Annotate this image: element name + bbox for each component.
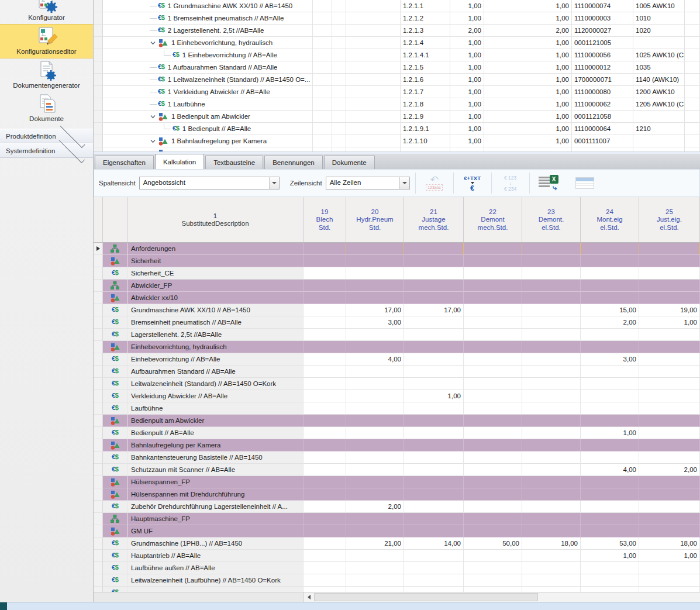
value-cell[interactable] [304,267,346,280]
table-row[interactable]: €$Bremseinheit pneumatisch // AB=Alle3,0… [94,316,700,329]
value-cell[interactable] [464,255,522,267]
value-cell[interactable] [464,267,522,280]
value-cell[interactable]: 15,00 [581,304,639,316]
tree-node[interactable]: €$1 Grundmaschine AWK XX/10 // AB=1450 [103,0,313,12]
empty-cell[interactable] [346,98,401,111]
tree-node[interactable]: €$1 Laufbühne [103,98,313,111]
code-cell[interactable] [633,135,685,147]
code-cell[interactable] [633,111,685,123]
value-cell[interactable] [464,329,522,341]
empty-cell[interactable] [313,49,332,61]
tree-row[interactable]: €$1 Bremseinheit pneumatisch // AB=Alle1… [94,12,700,25]
value-cell[interactable] [304,550,346,562]
quantity-total-cell[interactable]: 1,00 [484,12,572,25]
empty-cell[interactable] [332,111,346,123]
code-cell[interactable] [633,37,685,49]
tab-eigenschaften[interactable]: Eigenschaften [95,156,154,169]
value-cell[interactable] [464,390,522,402]
expander-collapse-icon[interactable] [150,113,156,120]
article-number-cell[interactable]: 1110000074 [572,0,633,12]
value-cell[interactable] [464,574,522,587]
value-cell[interactable] [581,488,639,501]
value-cell[interactable] [639,501,700,513]
tree-row[interactable]: €$1 Verkleidung Abwickler // AB=Alle1.2.… [94,86,700,98]
table-row[interactable]: €$Leitwalzeneinheit (Standard) // AB=145… [94,378,700,390]
tab-kalkulation[interactable]: Kalkulation [155,154,204,169]
value-cell[interactable]: 1,00 [404,390,464,402]
value-cell[interactable] [639,390,700,402]
copy-values-button[interactable]: € 123 ↓ € 234 [497,171,524,195]
article-number-cell[interactable]: 1120000027 [572,25,633,37]
value-cell[interactable] [464,513,522,525]
empty-cell[interactable] [332,25,346,37]
value-cell[interactable] [346,525,404,537]
value-cell[interactable] [522,366,581,378]
value-cell[interactable] [346,415,404,427]
column-header-20[interactable]: 20Hydr.PneumStd. [346,197,404,242]
tree-node[interactable]: €$1 Verkleidung Abwickler // AB=Alle [103,86,313,98]
value-cell[interactable] [304,329,346,341]
value-cell[interactable] [404,341,464,353]
value-cell[interactable] [304,464,346,476]
value-cell[interactable] [464,243,522,255]
value-cell[interactable] [404,464,464,476]
value-cell[interactable]: 21,00 [346,537,404,550]
value-cell[interactable] [346,390,404,402]
value-cell[interactable] [581,501,639,513]
empty-cell[interactable] [346,111,401,123]
tree-node[interactable] [103,147,313,152]
value-cell[interactable] [346,292,404,304]
value-cell[interactable] [304,587,346,592]
value-cell[interactable] [404,353,464,366]
value-cell[interactable]: 14,00 [404,537,464,550]
quantity-cell[interactable]: 1,00 [450,123,484,135]
scroll-pad[interactable] [685,49,700,61]
scroll-pad[interactable] [685,86,700,98]
column-header-25[interactable]: 25Just.eig.el.Std. [639,197,700,242]
empty-cell[interactable] [346,61,401,74]
value-cell[interactable] [404,427,464,439]
value-cell[interactable] [304,366,346,378]
table-row[interactable]: GM UF [94,525,700,537]
value-cell[interactable] [464,402,522,415]
value-cell[interactable] [346,243,404,255]
quantity-total-cell[interactable] [484,147,572,152]
value-cell[interactable] [522,390,581,402]
value-cell[interactable] [639,243,700,255]
table-row[interactable]: €$Bedienpult // AB=Alle1,00 [94,427,700,439]
value-cell[interactable] [522,243,581,255]
quantity-total-cell[interactable]: 1,00 [484,111,572,123]
scroll-pad[interactable] [685,135,700,147]
table-row[interactable]: Hauptmaschine_FP [94,513,700,525]
sidebar-item-konfigurationseditor[interactable]: Konfigurationseditor [0,24,93,58]
table-row[interactable]: €$Sicherheit_CE [94,267,700,280]
table-row[interactable]: €$Lagerstelleneht. 2,5t //AB=Alle [94,329,700,341]
tree-row[interactable]: €$1 Aufbaurahmen Standard // AB=Alle1.2.… [94,61,700,74]
value-cell[interactable] [304,353,346,366]
value-cell[interactable] [404,476,464,488]
accordion-produktdefinition[interactable]: Produktdefinition [0,129,93,143]
column-header-23[interactable]: 23Demont.el.Std. [522,197,581,242]
empty-cell[interactable] [313,25,332,37]
value-cell[interactable] [404,488,464,501]
table-row[interactable]: €$Bahnkantensteuerung Basisteile // AB=1… [94,452,700,464]
code-cell[interactable]: 1025 AWK10 (C... [633,49,685,61]
value-cell[interactable] [522,329,581,341]
quantity-cell[interactable]: 2,00 [450,25,484,37]
table-row[interactable]: Abwickler_FP [94,280,700,292]
value-cell[interactable] [304,316,346,329]
value-cell[interactable] [522,304,581,316]
value-cell[interactable] [404,366,464,378]
empty-cell[interactable] [313,86,332,98]
quantity-cell[interactable]: 1,00 [450,135,484,147]
export-excel-button[interactable]: X ⤷ [535,171,562,195]
empty-cell[interactable] [313,111,332,123]
value-cell[interactable]: 18,00 [639,537,700,550]
code-cell[interactable]: 1205 AWK10 (C... [633,98,685,111]
empty-cell[interactable] [313,0,332,12]
code-cell[interactable] [633,147,685,152]
empty-cell[interactable] [346,123,401,135]
value-cell[interactable] [464,353,522,366]
empty-cell[interactable] [332,49,346,61]
tree-node[interactable]: €$2 Lagerstelleneht. 2,5t //AB=Alle [103,25,313,37]
